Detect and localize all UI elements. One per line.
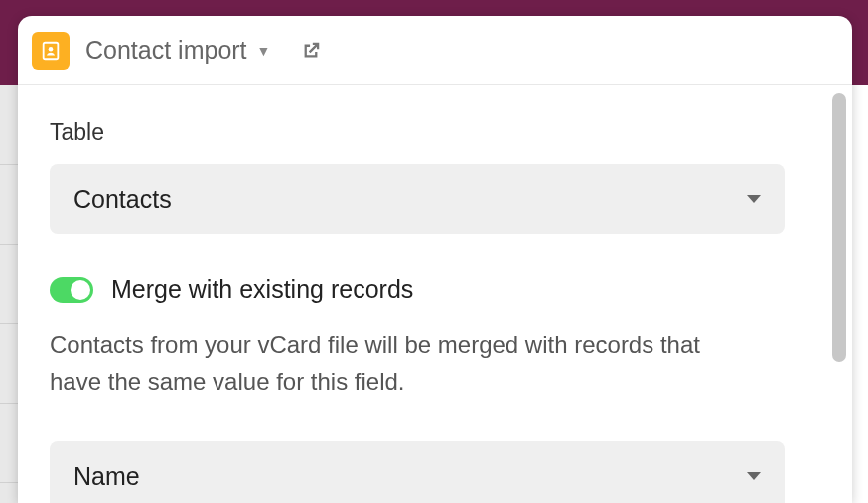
panel-header: Contact import ▼ (18, 16, 852, 85)
merge-hint: Contacts from your vCard file will be me… (50, 326, 745, 400)
merge-field-value: Name (73, 462, 140, 491)
chevron-down-icon: ▼ (257, 43, 271, 59)
form-content: Table Contacts Merge with existing recor… (18, 85, 812, 503)
scrollbar[interactable] (832, 93, 846, 372)
table-select-value: Contacts (73, 185, 172, 214)
panel-title-dropdown[interactable]: Contact import ▼ (85, 36, 270, 65)
panel-body: Table Contacts Merge with existing recor… (18, 85, 852, 503)
table-select[interactable]: Contacts (50, 164, 785, 234)
merge-field-select[interactable]: Name (50, 441, 785, 503)
background-strip (0, 0, 868, 16)
chevron-down-icon (747, 472, 761, 480)
chevron-down-icon (747, 195, 761, 203)
table-label: Table (50, 119, 781, 146)
panel-title: Contact import (85, 36, 247, 65)
right-gap (852, 85, 868, 503)
import-panel: Contact import ▼ Table Contacts Merge wi… (18, 16, 852, 503)
contact-import-app-icon (32, 32, 70, 70)
open-in-new-icon[interactable] (300, 40, 322, 62)
merge-toggle[interactable] (50, 277, 93, 303)
svg-point-1 (49, 46, 54, 51)
merge-toggle-row: Merge with existing records (50, 275, 781, 304)
scrollbar-thumb[interactable] (832, 93, 846, 362)
merge-toggle-label: Merge with existing records (111, 275, 413, 304)
